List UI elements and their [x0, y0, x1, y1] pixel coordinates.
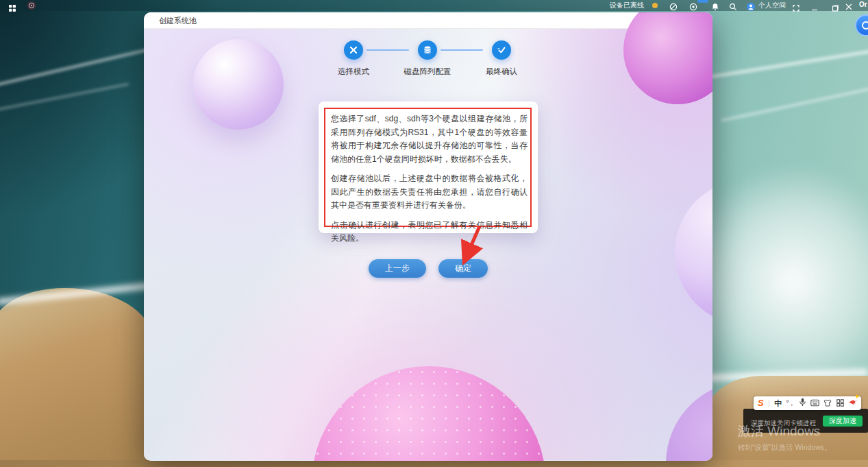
wave-foam	[0, 83, 129, 111]
step-select-mode: 选择模式	[317, 40, 390, 77]
decor-sphere-pink-dotted	[312, 366, 546, 461]
desktop: 设备已离线 个人空间 Or	[0, 0, 868, 467]
beach-sand-bottom	[0, 460, 868, 467]
notice-card: 您选择了sdf、sdg、sdh等3个硬盘以组建存储池，所采用阵列存储模式为RS3…	[319, 101, 538, 233]
wave-foam	[721, 86, 868, 122]
user-avatar[interactable]	[747, 1, 755, 14]
personal-space-label[interactable]: 个人空间	[758, 0, 786, 11]
decor-sphere-lavender	[193, 39, 284, 130]
wave-foam	[710, 48, 868, 78]
notice-paragraph: 点击确认进行创建，表明您已了解有关信息并知悉相关风险。	[331, 219, 528, 246]
beach-sand-left	[0, 288, 153, 467]
wizard-steps: 选择模式 磁盘阵列配置 最终确认	[317, 40, 538, 78]
fullscreen-expand-icon[interactable]	[793, 2, 799, 14]
floating-assistant-button[interactable]	[855, 14, 868, 36]
soft-keyboard-icon[interactable]	[810, 397, 819, 409]
toolbox-grid-icon[interactable]	[836, 397, 844, 409]
promo-badge	[856, 395, 858, 398]
notice-text: 您选择了sdf、sdg、sdh等3个硬盘以组建存储池，所采用阵列存储模式为RS3…	[331, 112, 528, 246]
ime-language-toggle[interactable]: 中	[774, 398, 782, 409]
notice-paragraph: 创建存储池以后，上述硬盘中的数据将会被格式化，因此产生的数据丢失责任将由您承担，…	[331, 172, 528, 213]
step-final-confirm: 最终确认	[464, 40, 538, 77]
previous-step-button[interactable]: 上一步	[369, 259, 426, 278]
notice-paragraph: 您选择了sdf、sdg、sdh等3个硬盘以组建存储池，所采用阵列存储模式为RS3…	[331, 112, 528, 166]
close-button[interactable]	[845, 1, 853, 14]
ime-toolbar: S | 中 °，	[754, 396, 861, 410]
step-label: 最终确认	[486, 67, 517, 77]
tools-icon	[344, 40, 363, 60]
search-icon[interactable]	[729, 1, 737, 14]
step-disk-array-config: 磁盘阵列配置	[390, 40, 464, 77]
deep-boost-button[interactable]: 深度加速	[823, 416, 863, 427]
minimize-button[interactable]	[811, 2, 818, 14]
booster-tip-text: 深度加速关闭卡顿进程	[751, 419, 816, 428]
wizard-content: 选择模式 磁盘阵列配置 最终确认 您	[144, 29, 712, 460]
database-icon	[418, 40, 437, 60]
window-titlebar[interactable]: 创建系统池	[144, 12, 712, 29]
microphone-icon[interactable]	[799, 397, 806, 409]
booster-panel: 深度加速关闭卡顿进程 深度加速	[743, 409, 868, 433]
maximize-button[interactable]	[832, 2, 839, 14]
decor-sphere-purple-small	[666, 381, 712, 461]
screen-record-icon[interactable]	[689, 1, 697, 14]
create-system-pool-window: 创建系统池 选择模式	[144, 12, 712, 461]
step-label: 磁盘阵列配置	[404, 67, 451, 77]
decor-sphere-purple	[675, 180, 712, 325]
decor-sphere-magenta	[623, 12, 712, 104]
corner-overlay-text: Or	[859, 1, 867, 8]
hidden-panel-tab[interactable]	[697, 0, 708, 3]
wizard-buttons: 上一步 确定	[144, 259, 712, 278]
device-status-text: 设备已离线	[610, 0, 644, 11]
annotation-arrow	[452, 222, 491, 277]
assistant-icon	[862, 21, 868, 29]
skin-tshirt-icon[interactable]	[823, 397, 832, 409]
step-label: 选择模式	[338, 67, 369, 77]
do-not-disturb-icon[interactable]	[669, 1, 678, 14]
sogou-logo-icon[interactable]: S	[758, 396, 764, 410]
promo-icon[interactable]	[848, 397, 857, 409]
divider: |	[768, 399, 770, 407]
brand-logo-icon[interactable]	[27, 1, 36, 13]
wave-foam	[0, 47, 156, 86]
punctuation-toggle[interactable]: °，	[786, 398, 794, 408]
check-icon	[492, 40, 511, 60]
app-launcher-icon[interactable]	[9, 2, 16, 14]
notifications-bell-icon[interactable]	[711, 1, 719, 14]
system-topbar: 设备已离线 个人空间	[0, 0, 868, 11]
status-dot	[652, 3, 658, 8]
annotation-red-box: 您选择了sdf、sdg、sdh等3个硬盘以组建存储池，所采用阵列存储模式为RS3…	[324, 108, 532, 227]
window-title: 创建系统池	[159, 12, 197, 29]
